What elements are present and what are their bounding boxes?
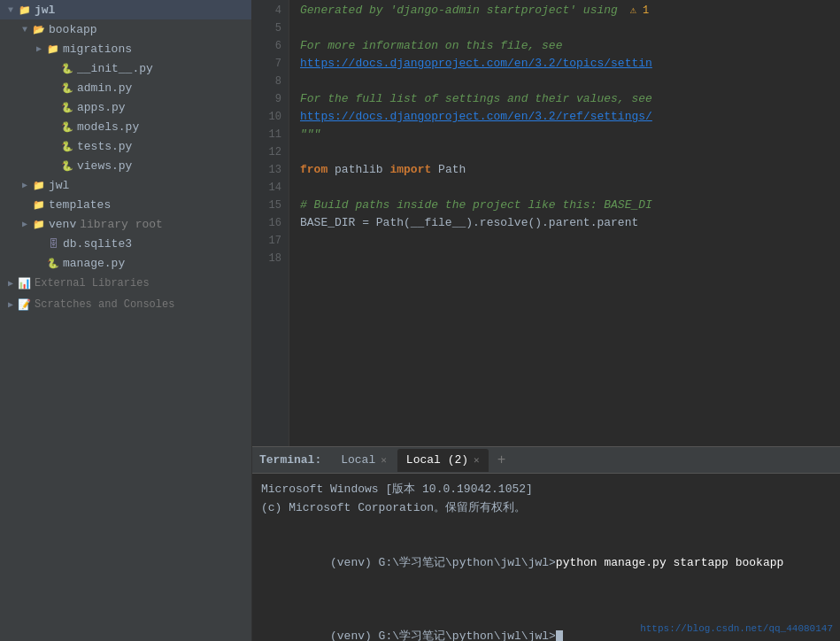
terminal-tab-local2[interactable]: Local (2) ✕ bbox=[397, 449, 489, 472]
terminal-tab-local1[interactable]: Local ✕ bbox=[332, 449, 396, 472]
kw-from: from bbox=[300, 163, 328, 176]
tree-item-db-sqlite3[interactable]: 🗄 db.sqlite3 bbox=[0, 234, 251, 253]
terminal-tab-local1-close[interactable]: ✕ bbox=[381, 454, 387, 466]
code-line-6: For more information on this file, see bbox=[300, 37, 840, 55]
tree-item-admin-py[interactable]: 🐍 admin.py bbox=[0, 78, 251, 97]
line-num-4: 4 bbox=[252, 2, 281, 19]
line-num-14: 14 bbox=[252, 179, 281, 197]
expand-arrow-jwl bbox=[4, 3, 18, 17]
comment-line15: # Build paths inside the project like th… bbox=[300, 198, 652, 212]
python-icon-models: 🐍 bbox=[60, 120, 74, 134]
expand-arrow-bookapp bbox=[18, 22, 32, 36]
tree-label-jwl: jwl bbox=[35, 4, 55, 17]
terminal-line-4: (venv) G:\学习笔记\python\jwl\jwl>python man… bbox=[261, 536, 831, 591]
code-content[interactable]: Generated by 'django-admin startproject'… bbox=[289, 0, 840, 446]
code-line-18 bbox=[300, 250, 840, 267]
python-icon-admin: 🐍 bbox=[60, 81, 74, 95]
nm-basedir: BASE_DIR = Path(__file__).resolve().pare… bbox=[300, 216, 638, 229]
editor-area: 4 5 6 7 8 9 10 11 12 13 14 15 16 17 18 bbox=[252, 0, 840, 446]
comment-line4: Generated by 'django-admin startproject'… bbox=[300, 4, 618, 17]
tree-label-jwl-sub: jwl bbox=[49, 179, 69, 192]
code-line-11: """ bbox=[300, 126, 840, 143]
link-line7[interactable]: https://docs.djangoproject.com/en/3.2/to… bbox=[300, 57, 652, 70]
tree-item-jwl-sub[interactable]: 📁 jwl bbox=[0, 175, 251, 195]
code-line-14 bbox=[300, 179, 840, 197]
nm-path: Path bbox=[438, 163, 466, 176]
section-external-libraries[interactable]: 📊 External Libraries bbox=[0, 273, 251, 294]
terminal-tab-local1-label: Local bbox=[341, 453, 375, 467]
tree-label-library-root: library root bbox=[80, 218, 163, 231]
terminal-cursor bbox=[556, 630, 563, 641]
python-icon-views: 🐍 bbox=[60, 158, 74, 173]
tree-label-views-py: views.py bbox=[77, 159, 132, 173]
comment-line9: For the full list of settings and their … bbox=[300, 92, 652, 105]
docstring-line11: """ bbox=[300, 127, 320, 141]
tree-item-jwl-root[interactable]: 📁 jwl bbox=[0, 0, 251, 19]
terminal-add-tab-button[interactable]: + bbox=[490, 452, 513, 468]
folder-icon-venv: 📁 bbox=[32, 217, 46, 231]
code-line-12 bbox=[300, 143, 840, 161]
tree-label-admin-py: admin.py bbox=[77, 81, 132, 95]
section-scratches[interactable]: 📝 Scratches and Consoles bbox=[0, 294, 251, 315]
terminal-line-1: Microsoft Windows [版本 10.0.19042.1052] bbox=[261, 481, 831, 499]
code-line-7: https://docs.djangoproject.com/en/3.2/to… bbox=[300, 55, 840, 73]
kw-import: import bbox=[389, 163, 431, 176]
section-label-external-libraries: External Libraries bbox=[35, 277, 150, 290]
expand-arrow-migrations bbox=[32, 42, 46, 56]
line-num-9: 9 bbox=[252, 90, 281, 108]
tree-item-venv[interactable]: 📁 venv library root bbox=[0, 214, 251, 234]
watermark: https://blog.csdn.net/qq_44080147 bbox=[640, 623, 833, 634]
terminal-line-3 bbox=[261, 518, 831, 537]
terminal-tabs: Terminal: Local ✕ Local (2) ✕ + bbox=[252, 447, 840, 474]
line-numbers: 4 5 6 7 8 9 10 11 12 13 14 15 16 17 18 bbox=[252, 0, 289, 446]
folder-icon-jwl-sub: 📁 bbox=[32, 178, 46, 192]
terminal-line-5 bbox=[261, 591, 831, 610]
tree-label-venv: venv bbox=[49, 218, 76, 231]
tree-item-templates[interactable]: 📁 templates bbox=[0, 195, 251, 214]
tree-label-migrations: migrations bbox=[63, 42, 132, 56]
tree-item-models-py[interactable]: 🐍 models.py bbox=[0, 117, 251, 136]
section-label-scratches: Scratches and Consoles bbox=[35, 298, 174, 311]
link-line10[interactable]: https://docs.djangoproject.com/en/3.2/re… bbox=[300, 110, 652, 123]
db-icon: 🗄 bbox=[46, 236, 60, 251]
watermark-text: https://blog.csdn.net/qq_44080147 bbox=[640, 623, 833, 634]
terminal-prompt-2: (venv) G:\学习笔记\python\jwl\jwl> bbox=[330, 629, 556, 641]
tree-item-tests-py[interactable]: 🐍 tests.py bbox=[0, 136, 251, 156]
code-line-4: Generated by 'django-admin startproject'… bbox=[300, 2, 840, 19]
line-num-13: 13 bbox=[252, 161, 281, 179]
line-num-16: 16 bbox=[252, 214, 281, 232]
code-line-8 bbox=[300, 73, 840, 90]
tree-label-bookapp: bookapp bbox=[49, 23, 97, 36]
line-num-10: 10 bbox=[252, 108, 281, 126]
tree-item-migrations[interactable]: 📁 migrations bbox=[0, 39, 251, 58]
nm-pathlib: pathlib bbox=[335, 163, 389, 176]
scratches-icon: 📝 bbox=[18, 298, 31, 312]
expand-arrow-venv bbox=[18, 217, 32, 231]
warning-icon-4: ⚠ 1 bbox=[630, 4, 650, 17]
code-line-16: BASE_DIR = Path(__file__).resolve().pare… bbox=[300, 214, 840, 232]
terminal-body[interactable]: Microsoft Windows [版本 10.0.19042.1052] (… bbox=[252, 474, 840, 641]
terminal-tab-local2-label: Local (2) bbox=[406, 453, 468, 467]
python-icon-tests: 🐍 bbox=[60, 139, 74, 153]
expand-arrow-jwl-sub bbox=[18, 178, 32, 192]
expand-arrow-scratches bbox=[4, 297, 18, 312]
terminal-tab-local2-close[interactable]: ✕ bbox=[474, 454, 480, 466]
tree-item-bookapp[interactable]: 📂 bookapp bbox=[0, 19, 251, 39]
tree-item-views-py[interactable]: 🐍 views.py bbox=[0, 156, 251, 175]
line-num-8: 8 bbox=[252, 73, 281, 90]
chart-icon: 📊 bbox=[18, 277, 31, 290]
terminal-cmd-1: python manage.py startapp bookapp bbox=[556, 556, 783, 569]
line-num-12: 12 bbox=[252, 143, 281, 161]
tree-item-apps-py[interactable]: 🐍 apps.py bbox=[0, 97, 251, 117]
file-tree-sidebar: 📁 jwl 📂 bookapp 📁 migrations 🐍 __init__.… bbox=[0, 0, 252, 641]
tree-item-init-py[interactable]: 🐍 __init__.py bbox=[0, 58, 251, 78]
tree-label-db-sqlite3: db.sqlite3 bbox=[63, 237, 132, 251]
code-line-9: For the full list of settings and their … bbox=[300, 90, 840, 108]
python-icon-manage: 🐍 bbox=[46, 256, 60, 270]
tree-item-manage-py[interactable]: 🐍 manage.py bbox=[0, 253, 251, 273]
code-line-17 bbox=[300, 232, 840, 250]
tree-label-tests-py: tests.py bbox=[77, 140, 132, 153]
expand-arrow-ext-lib bbox=[4, 276, 18, 290]
folder-icon-bookapp: 📂 bbox=[32, 22, 46, 36]
folder-icon-templates: 📁 bbox=[32, 197, 46, 212]
